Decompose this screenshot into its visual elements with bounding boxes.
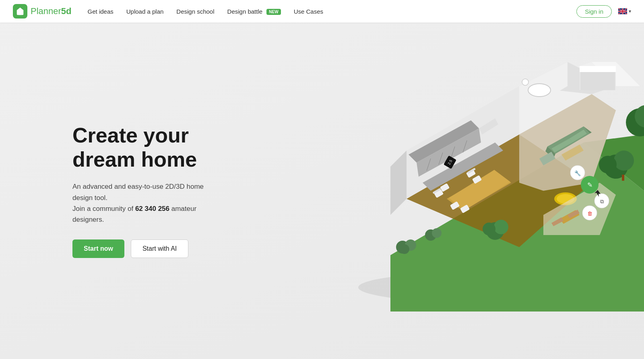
start-now-button[interactable]: Start now: [72, 239, 124, 258]
nav-links: Get ideas Upload a plan Design school De…: [88, 8, 323, 15]
floor-plan-svg: 6.2 m 8 m 2.5 m 2.5 ✎ 🔧 ⧉: [342, 62, 644, 320]
logo-icon: [13, 4, 27, 19]
svg-marker-43: [580, 72, 615, 90]
uk-flag-icon: [618, 8, 627, 14]
svg-marker-6: [390, 151, 407, 215]
svg-point-55: [614, 151, 634, 171]
nav-item-design-battle[interactable]: Design battle NEW: [227, 8, 281, 15]
hero-title: Create your dream home: [72, 124, 217, 172]
svg-point-46: [522, 79, 528, 85]
floor-plan-illustration: 6.2 m 8 m 2.5 m 2.5 ✎ 🔧 ⧉: [342, 62, 644, 320]
hero-buttons: Start now Start with AI: [72, 239, 217, 258]
navbar-left: Planner5d Get ideas Upload a plan Design…: [13, 4, 323, 19]
svg-point-65: [432, 228, 442, 238]
new-badge: NEW: [266, 9, 281, 15]
svg-text:⧉: ⧉: [600, 198, 604, 204]
hero-image: 6.2 m 8 m 2.5 m 2.5 ✎ 🔧 ⧉: [330, 23, 644, 359]
navbar: Planner5d Get ideas Upload a plan Design…: [0, 0, 644, 23]
svg-text:✎: ✎: [587, 182, 592, 188]
nav-item-use-cases[interactable]: Use Cases: [294, 8, 323, 15]
design-battle-label: Design battle: [227, 8, 263, 15]
navbar-right: Sign in ▾: [576, 5, 631, 18]
svg-marker-40: [580, 66, 616, 72]
logo-planner: Planner: [31, 6, 61, 16]
svg-text:🗑: 🗑: [587, 210, 592, 217]
hero-description: An advanced and easy-to-use 2D/3D home d…: [72, 181, 217, 225]
svg-rect-57: [622, 175, 624, 181]
planner5d-icon: [16, 7, 25, 16]
logo[interactable]: Planner5d: [13, 4, 72, 19]
nav-item-get-ideas[interactable]: Get ideas: [88, 8, 114, 15]
svg-point-53: [483, 223, 495, 235]
nav-item-design-school[interactable]: Design school: [176, 8, 214, 15]
logo-5d: 5d: [61, 6, 72, 16]
logo-text: Planner5d: [31, 6, 72, 17]
svg-point-56: [599, 156, 617, 173]
svg-text:🔧: 🔧: [574, 170, 581, 177]
hero-section: Create your dream home An advanced and e…: [0, 0, 644, 359]
community-count: 62 340 256: [135, 205, 169, 213]
svg-rect-42: [600, 67, 610, 71]
svg-point-63: [400, 244, 409, 254]
lang-chevron-icon: ▾: [629, 8, 631, 14]
svg-point-45: [528, 84, 551, 97]
svg-rect-41: [586, 67, 596, 71]
language-selector[interactable]: ▾: [618, 8, 631, 14]
sign-in-button[interactable]: Sign in: [576, 5, 612, 18]
svg-point-52: [494, 220, 508, 234]
nav-item-upload-plan[interactable]: Upload a plan: [126, 8, 164, 15]
start-with-ai-button[interactable]: Start with AI: [131, 239, 188, 258]
hero-content: Create your dream home An advanced and e…: [0, 124, 217, 258]
